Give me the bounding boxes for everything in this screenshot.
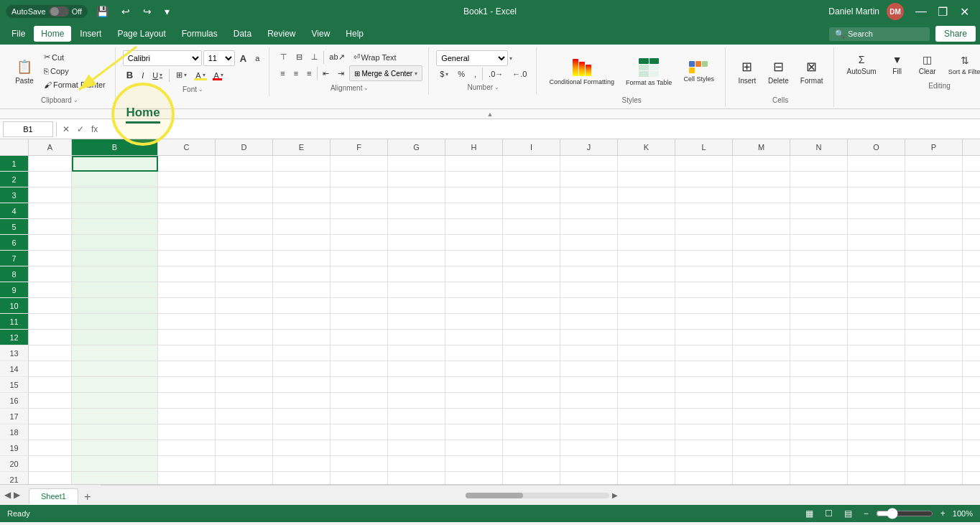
zoom-slider[interactable] bbox=[876, 508, 933, 519]
bottom-align-button[interactable]: ⊥ bbox=[308, 50, 322, 64]
cell-L11[interactable] bbox=[675, 314, 733, 330]
cell-L21[interactable] bbox=[675, 472, 733, 484]
cell-B3[interactable] bbox=[72, 187, 158, 203]
cell-B15[interactable] bbox=[72, 377, 158, 393]
cell-J21[interactable] bbox=[560, 472, 618, 484]
cell-P4[interactable] bbox=[905, 203, 963, 219]
cell-D9[interactable] bbox=[216, 282, 273, 298]
row-num-1[interactable]: 1 bbox=[0, 156, 29, 172]
cell-N2[interactable] bbox=[790, 172, 848, 187]
italic-button[interactable]: I bbox=[138, 69, 147, 82]
cell-E13[interactable] bbox=[273, 345, 330, 361]
cell-Q21[interactable] bbox=[963, 472, 980, 484]
cell-N8[interactable] bbox=[790, 266, 848, 282]
cell-C4[interactable] bbox=[158, 203, 216, 219]
menu-view[interactable]: View bbox=[305, 26, 338, 42]
cell-A17[interactable] bbox=[29, 409, 72, 424]
cell-D4[interactable] bbox=[216, 203, 273, 219]
cell-L9[interactable] bbox=[675, 282, 733, 298]
cell-B12[interactable] bbox=[72, 330, 158, 345]
cell-A11[interactable] bbox=[29, 314, 72, 330]
fill-button[interactable]: ▼ Fill bbox=[883, 50, 912, 79]
row-num-17[interactable]: 17 bbox=[0, 409, 29, 424]
cell-K3[interactable] bbox=[618, 187, 675, 203]
cell-L7[interactable] bbox=[675, 251, 733, 266]
cell-L16[interactable] bbox=[675, 393, 733, 409]
cell-J3[interactable] bbox=[560, 187, 618, 203]
cell-H21[interactable] bbox=[445, 472, 503, 484]
formula-function-button[interactable]: fx bbox=[88, 123, 101, 136]
cell-J13[interactable] bbox=[560, 345, 618, 361]
cell-C16[interactable] bbox=[158, 393, 216, 409]
sheet-tab-sheet1[interactable]: Sheet1 bbox=[29, 488, 78, 505]
cell-A3[interactable] bbox=[29, 187, 72, 203]
cell-E21[interactable] bbox=[273, 472, 330, 484]
user-avatar[interactable]: DM bbox=[887, 3, 904, 20]
cell-E11[interactable] bbox=[273, 314, 330, 330]
cell-C15[interactable] bbox=[158, 377, 216, 393]
menu-insert[interactable]: Insert bbox=[73, 26, 108, 42]
cell-B17[interactable] bbox=[72, 409, 158, 424]
percent-button[interactable]: % bbox=[454, 68, 468, 80]
col-header-n[interactable]: N bbox=[790, 139, 848, 155]
zoom-out-button[interactable]: − bbox=[861, 507, 872, 520]
menu-help[interactable]: Help bbox=[338, 26, 371, 42]
cell-N10[interactable] bbox=[790, 298, 848, 314]
cell-G2[interactable] bbox=[388, 172, 445, 187]
cell-Q12[interactable] bbox=[963, 330, 980, 345]
cell-P5[interactable] bbox=[905, 219, 963, 235]
cell-O11[interactable] bbox=[848, 314, 905, 330]
cell-I18[interactable] bbox=[503, 424, 560, 440]
cell-G11[interactable] bbox=[388, 314, 445, 330]
cell-Q16[interactable] bbox=[963, 393, 980, 409]
cell-L2[interactable] bbox=[675, 172, 733, 187]
cell-B20[interactable] bbox=[72, 456, 158, 472]
cell-F8[interactable] bbox=[330, 266, 388, 282]
cell-P16[interactable] bbox=[905, 393, 963, 409]
cell-D10[interactable] bbox=[216, 298, 273, 314]
cell-M18[interactable] bbox=[733, 424, 790, 440]
customize-qat-button[interactable]: ▾ bbox=[160, 4, 174, 19]
cell-D20[interactable] bbox=[216, 456, 273, 472]
cell-P14[interactable] bbox=[905, 361, 963, 377]
underline-button[interactable]: U ▾ bbox=[149, 69, 166, 82]
cell-N5[interactable] bbox=[790, 219, 848, 235]
row-num-13[interactable]: 13 bbox=[0, 345, 29, 361]
cell-D2[interactable] bbox=[216, 172, 273, 187]
row-num-7[interactable]: 7 bbox=[0, 251, 29, 266]
cell-C11[interactable] bbox=[158, 314, 216, 330]
cell-B14[interactable] bbox=[72, 361, 158, 377]
cell-M11[interactable] bbox=[733, 314, 790, 330]
row-num-11[interactable]: 11 bbox=[0, 314, 29, 330]
cell-G10[interactable] bbox=[388, 298, 445, 314]
col-header-h[interactable]: H bbox=[445, 139, 503, 155]
cell-K10[interactable] bbox=[618, 298, 675, 314]
cell-B5[interactable] bbox=[72, 219, 158, 235]
col-header-a[interactable]: A bbox=[29, 139, 72, 155]
cell-L4[interactable] bbox=[675, 203, 733, 219]
row-num-2[interactable]: 2 bbox=[0, 172, 29, 187]
paste-button[interactable]: 📋 Paste bbox=[10, 50, 39, 93]
cell-A20[interactable] bbox=[29, 456, 72, 472]
cell-E12[interactable] bbox=[273, 330, 330, 345]
cell-H15[interactable] bbox=[445, 377, 503, 393]
close-button[interactable]: ✕ bbox=[954, 3, 974, 20]
row-num-20[interactable]: 20 bbox=[0, 456, 29, 472]
zoom-in-button[interactable]: + bbox=[938, 507, 948, 520]
cell-N20[interactable] bbox=[790, 456, 848, 472]
cell-M16[interactable] bbox=[733, 393, 790, 409]
cell-I5[interactable] bbox=[503, 219, 560, 235]
orientation-button[interactable]: ab↗ bbox=[325, 50, 348, 64]
cell-Q13[interactable] bbox=[963, 345, 980, 361]
cell-C14[interactable] bbox=[158, 361, 216, 377]
cell-J2[interactable] bbox=[560, 172, 618, 187]
cell-C12[interactable] bbox=[158, 330, 216, 345]
cell-Q1[interactable] bbox=[963, 156, 980, 172]
cell-J8[interactable] bbox=[560, 266, 618, 282]
cell-M17[interactable] bbox=[733, 409, 790, 424]
row-num-19[interactable]: 19 bbox=[0, 440, 29, 456]
cell-K13[interactable] bbox=[618, 345, 675, 361]
cell-B16[interactable] bbox=[72, 393, 158, 409]
cell-H17[interactable] bbox=[445, 409, 503, 424]
cell-E20[interactable] bbox=[273, 456, 330, 472]
